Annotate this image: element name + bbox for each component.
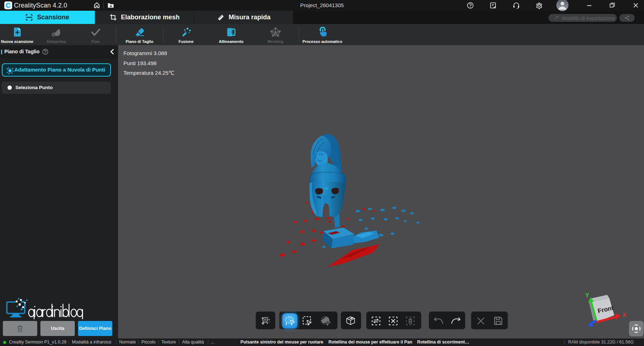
svg-text:X: X xyxy=(623,312,626,318)
svg-text:Y: Y xyxy=(585,292,589,298)
